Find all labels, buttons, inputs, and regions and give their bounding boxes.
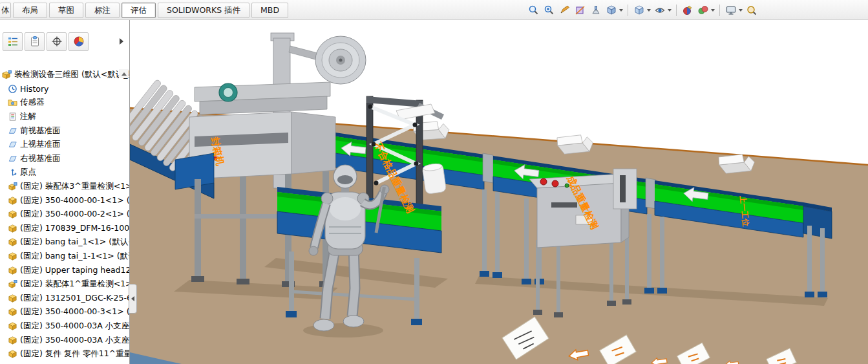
part-icon (8, 307, 17, 317)
part-icon (8, 349, 17, 359)
part-icon (8, 336, 17, 345)
part-icon (8, 266, 17, 275)
tree-item-history[interactable]: History (1, 82, 129, 96)
propertymanager-tab[interactable] (25, 32, 45, 51)
chevron-down-icon[interactable] (668, 9, 672, 12)
displaymanager-color-icon (73, 36, 85, 47)
part-icon (8, 294, 17, 303)
panel-collapse-handle[interactable] (129, 284, 137, 314)
zoom-to-fit-button[interactable] (526, 3, 542, 17)
edit-appearance-icon (682, 5, 693, 16)
tree-item[interactable]: (固定) bang tai_1<1> (默认<默 (1, 235, 129, 250)
tree-item[interactable]: (固定) 1312501_DGC-K-25-600 (1, 292, 129, 306)
graphics-viewport[interactable]: 封箱机 不合格品重量检测 成品重量检测 上一工位 (130, 20, 868, 364)
part-icon (8, 321, 17, 331)
display-style-icon (633, 5, 645, 16)
featuremanager-tab[interactable] (3, 32, 23, 51)
chevron-down-icon[interactable] (647, 9, 651, 12)
zoom-to-area-button[interactable] (542, 3, 557, 17)
view-orientation-icon (606, 5, 617, 16)
view-settings-button[interactable] (723, 3, 739, 17)
tree-item-right-plane[interactable]: 右视基准面 (1, 152, 129, 166)
tree-item-front-plane[interactable]: 前视基准面 (1, 123, 129, 138)
chevron-down-icon[interactable] (739, 9, 743, 12)
zoom-magnify-icon (746, 5, 757, 16)
part-icon (8, 196, 17, 206)
annotation-icon (8, 112, 17, 122)
hide-show-items-button[interactable] (652, 3, 668, 17)
chevron-left-icon (131, 296, 134, 301)
3d-scene: 封箱机 不合格品重量检测 成品重量检测 上一工位 (130, 20, 868, 364)
manager-tab-strip (0, 32, 129, 51)
tab-annotate[interactable]: 标注 (85, 3, 120, 18)
dimxpertmanager-tab[interactable] (47, 32, 67, 51)
tab-solidworks-addins[interactable]: SOLIDWORKS 插件 (158, 3, 249, 18)
propertymanager-icon (29, 36, 41, 47)
plane-icon (8, 126, 17, 136)
scroll-up-icon (122, 72, 127, 76)
history-icon (8, 84, 17, 94)
tree-root-item[interactable]: 装检测设备三维图 (默认<默认_显 (1, 68, 129, 82)
chevron-down-icon[interactable] (619, 9, 623, 12)
tab-mbd[interactable]: MBD (251, 3, 288, 18)
edit-appearance-button[interactable] (680, 3, 695, 17)
toolbar-separator (719, 5, 720, 16)
panel-expand-button[interactable] (116, 33, 127, 50)
featuremanager-panel: 装检测设备三维图 (默认<默认_显 History 传感器 注解 前视基准面 (0, 20, 130, 364)
origin-icon (8, 167, 17, 177)
tree-item[interactable]: (固定) 170839_DFM-16-100-P- (1, 222, 129, 236)
tree-item-top-plane[interactable]: 上视基准面 (1, 138, 129, 152)
solidworks-window: 体 布局 草图 标注 评估 SOLIDWORKS 插件 MBD (0, 0, 868, 364)
section-view-button[interactable] (573, 3, 588, 17)
command-tab-bar: 体 布局 草图 标注 评估 SOLIDWORKS 插件 MBD (0, 0, 868, 20)
previous-view-icon (559, 5, 571, 16)
tree-item[interactable]: (固定) 装配体1^重量检测<1> (默 (1, 277, 129, 292)
zoom-magnify-button[interactable] (744, 3, 759, 17)
view-settings-icon (725, 5, 737, 16)
tab-evaluate[interactable]: 评估 (122, 3, 156, 18)
tree-scroll-up-button[interactable] (119, 69, 129, 78)
display-style-button[interactable] (631, 3, 647, 17)
plane-icon (8, 154, 17, 164)
tree-item-sensors[interactable]: 传感器 (1, 96, 129, 110)
tree-item[interactable]: (固定) 350-4000-00-3<1> (默认 (1, 305, 129, 319)
previous-view-button[interactable] (557, 3, 573, 17)
apply-scene-button[interactable] (695, 3, 711, 17)
subassembly-icon (8, 182, 17, 191)
section-view-icon (575, 5, 586, 16)
assembly-icon (2, 70, 12, 80)
tree-item[interactable]: (固定) bang tai_1-1<1> (默认< (1, 250, 129, 264)
sensor-folder-icon (8, 98, 17, 107)
part-icon (8, 237, 17, 247)
feature-tree: 装检测设备三维图 (默认<默认_显 History 传感器 注解 前视基准面 (0, 68, 129, 364)
part-icon (8, 209, 17, 219)
plane-icon (8, 140, 17, 149)
subassembly-icon (8, 279, 17, 289)
tree-item[interactable]: (固定) 350-4000-00-1<1> (默认 (1, 193, 129, 208)
tree-item[interactable]: (固定) 装配体3^重量检测<1> (默 (1, 180, 129, 194)
tab-assembly[interactable]: 体 (0, 3, 11, 18)
dynamic-annotation-views-button[interactable] (588, 3, 604, 17)
tab-layout[interactable]: 布局 (13, 3, 47, 18)
tab-sketch[interactable]: 草图 (49, 3, 83, 18)
chevron-right-icon (120, 38, 123, 45)
part-icon (8, 252, 17, 261)
hide-show-items-icon (654, 5, 666, 16)
part-icon (8, 224, 17, 233)
tree-item[interactable]: (固定) 复件 复件 零件11^重量检 (1, 347, 129, 361)
dimxpert-crosshair-icon (51, 36, 63, 47)
chevron-down-icon[interactable] (711, 9, 715, 12)
toolbar-separator (676, 5, 677, 16)
tree-item[interactable]: (固定) 350-4000-03A 小支座(De (1, 333, 129, 347)
featuremanager-tree-icon (7, 36, 19, 47)
zoom-to-area-icon (544, 5, 555, 16)
view-orientation-button[interactable] (604, 3, 619, 17)
tree-item-origin[interactable]: 原点 (1, 166, 129, 180)
displaymanager-tab[interactable] (69, 32, 89, 51)
tree-item-annotations[interactable]: 注解 (1, 110, 129, 124)
tree-item[interactable]: (固定) 350-4000-00-2<1> (默认 (1, 208, 129, 222)
tree-item[interactable]: (固定) 350-4000-03A 小支座(De (1, 319, 129, 334)
toolbar-separator (628, 5, 628, 16)
main-area: 装检测设备三维图 (默认<默认_显 History 传感器 注解 前视基准面 (0, 20, 868, 364)
tree-item[interactable]: (固定) Upper taping head12_1 (1, 263, 129, 277)
